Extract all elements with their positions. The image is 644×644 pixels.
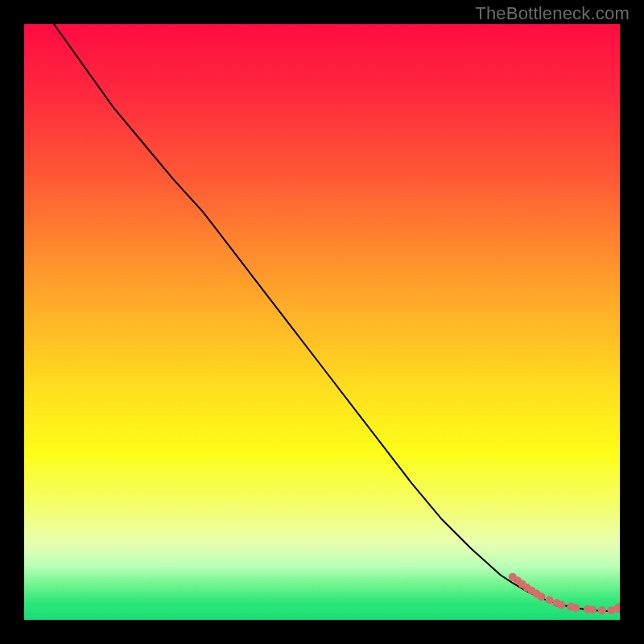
data-point xyxy=(588,605,597,613)
data-point xyxy=(546,597,554,605)
data-point xyxy=(537,592,545,601)
data-point xyxy=(572,604,580,612)
curve-layer xyxy=(54,24,620,611)
chart-svg xyxy=(24,24,620,620)
data-point xyxy=(598,606,606,614)
data-point xyxy=(557,601,565,609)
chart-frame: TheBottleneck.com xyxy=(0,0,644,644)
bottleneck-curve xyxy=(54,24,620,611)
points-layer xyxy=(509,573,620,614)
watermark-text: TheBottleneck.com xyxy=(475,3,630,24)
plot-area xyxy=(24,24,620,620)
